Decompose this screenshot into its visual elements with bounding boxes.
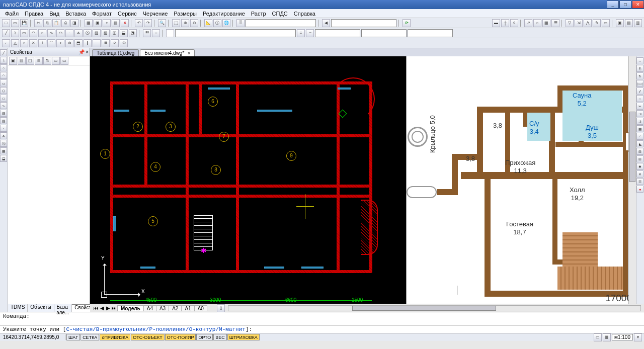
layout-tab-model[interactable]: Модель	[117, 305, 144, 311]
osnap-perp-icon[interactable]: ⊥	[38, 39, 46, 47]
r-erase-icon[interactable]: ✕	[636, 170, 643, 178]
osnap-int-icon[interactable]: ✕	[29, 39, 37, 47]
r-fillet-icon[interactable]: ◜	[636, 133, 643, 140]
command-area[interactable]: Команда: Укажите точку или [C-чистая/B-п…	[0, 312, 644, 333]
v-point-icon[interactable]: ·	[0, 125, 7, 132]
menu-service[interactable]: Сервис	[115, 11, 140, 17]
zoom-out-icon[interactable]: ⊖	[190, 19, 198, 27]
spds-mark-icon[interactable]: ○	[533, 19, 541, 27]
r-explode-icon[interactable]: ✹	[636, 163, 643, 170]
layout-prev-icon[interactable]: ◀	[99, 305, 105, 311]
r-join-icon[interactable]: ⊞	[636, 155, 643, 162]
region-icon[interactable]: ▧	[102, 29, 110, 37]
info-icon[interactable]: ⓘ	[213, 19, 221, 27]
v-block-icon[interactable]: ⬓	[0, 155, 7, 162]
v-hatch-icon[interactable]: ▨	[0, 110, 7, 117]
osnap-none-icon[interactable]: ⊘	[111, 39, 119, 47]
spds-wall-icon[interactable]: ▬	[492, 19, 500, 27]
props-tab-tdms[interactable]: TDMS	[8, 304, 28, 312]
file-tab-unnamed[interactable]: Без имени4.dwg* ×	[140, 49, 195, 56]
refresh-icon[interactable]: ⟳	[403, 19, 411, 27]
paste-icon[interactable]: 📋	[52, 19, 60, 27]
viewport-plan[interactable]: ✕	[407, 56, 636, 304]
spds-section-icon[interactable]: ⇲	[575, 19, 583, 27]
osnap-mid-icon[interactable]: △	[11, 39, 19, 47]
open-icon[interactable]: ▭	[11, 19, 19, 27]
v-ellipse-icon[interactable]: ⬭	[0, 95, 7, 102]
layout-tab-a0[interactable]: A0	[194, 305, 207, 311]
layout-tab-a1[interactable]: A1	[181, 305, 194, 311]
block-icon[interactable]: ▤	[112, 19, 120, 27]
layout-split-icon[interactable]: ▯	[217, 304, 225, 312]
layout-next-icon[interactable]: ▶	[105, 305, 111, 311]
r-trim-icon[interactable]: ✂	[636, 103, 643, 110]
status-hatch[interactable]: ШТРИХОВКА	[227, 334, 260, 340]
menu-draw[interactable]: Черчение	[140, 11, 171, 17]
r-stretch-icon[interactable]: ↔	[636, 95, 643, 102]
dim-mgr-icon[interactable]: ↔	[152, 29, 160, 37]
rect-icon[interactable]: ▭	[20, 29, 28, 37]
layer-state-combo[interactable]	[331, 19, 396, 27]
zoom-window-icon[interactable]: ⬚	[172, 19, 180, 27]
props-a-icon[interactable]: ▭	[52, 57, 60, 65]
v-spline-icon[interactable]: ∿	[0, 102, 7, 109]
r-offset-icon[interactable]: ⇉	[636, 118, 643, 125]
spds-c-icon[interactable]: ▥	[634, 19, 642, 27]
v-mtext-icon[interactable]: Ⓐ	[0, 140, 7, 147]
osnap-set-icon[interactable]: ⚙	[120, 39, 128, 47]
layer-mgr-icon[interactable]: ≣	[236, 19, 245, 27]
ellipse-icon[interactable]: ⬭	[56, 29, 64, 37]
viewport-cad[interactable]: 1 2 3 4 5 6 7 8 9 ✱ 4500 3000	[90, 56, 407, 304]
r-3d-icon[interactable]: ●	[636, 186, 643, 193]
r-extend-icon[interactable]: ⇥	[636, 110, 643, 117]
preview-icon[interactable]: ◨	[70, 19, 78, 27]
menu-spds[interactable]: СПДС	[269, 11, 291, 17]
v-arc-icon[interactable]: ◠	[0, 72, 7, 79]
props-obj-icon[interactable]: ◫	[26, 57, 34, 65]
v-rect-icon[interactable]: ▭	[0, 79, 7, 86]
status-snap[interactable]: ШАГ	[66, 334, 80, 340]
style-mgr-icon[interactable]: ☷	[143, 29, 151, 37]
v-poly-icon[interactable]: ⬠	[0, 87, 7, 94]
line-icon[interactable]: ╱	[2, 29, 10, 37]
drawing-hscrollbar[interactable]	[228, 305, 641, 311]
pline-icon[interactable]: ⌇	[11, 29, 19, 37]
command-prompt[interactable]: Укажите точку или [C-чистая/B-прямоуголь…	[0, 325, 644, 333]
layer-combo[interactable]	[246, 19, 316, 27]
status-model-icon[interactable]: ▭	[594, 333, 602, 341]
menu-view[interactable]: Вид	[46, 11, 62, 17]
file-tab-close-icon[interactable]: ×	[188, 51, 190, 56]
layout-tab-a3[interactable]: A3	[156, 305, 169, 311]
save-icon[interactable]: 💾	[20, 19, 28, 27]
spds-axis-icon[interactable]: ┼	[501, 19, 509, 27]
osnap-ext-icon[interactable]: ⋯	[93, 39, 101, 47]
menu-help[interactable]: Справка	[291, 11, 318, 17]
spds-form-icon[interactable]: ▭	[602, 19, 610, 27]
menu-insert[interactable]: Вставка	[62, 11, 89, 17]
spds-weld-icon[interactable]: ⋀	[584, 19, 592, 27]
color-swatch-icon[interactable]	[166, 29, 174, 37]
osnap-par-icon[interactable]: ∥	[84, 39, 92, 47]
r-props-icon[interactable]: ☰	[636, 178, 643, 185]
window-restore-button[interactable]: □	[619, 1, 631, 9]
print-icon[interactable]: ⎙	[61, 19, 69, 27]
cancel-icon[interactable]: ✕	[121, 19, 129, 27]
xref-icon[interactable]: ⬔	[129, 29, 137, 37]
cut-icon[interactable]: ✂	[34, 19, 42, 27]
osnap-tan-icon[interactable]: ⌒	[47, 39, 55, 47]
properties-close-icon[interactable]: ×	[86, 49, 89, 55]
status-otrack-polar[interactable]: ОТС-ПОЛЯР	[165, 334, 196, 340]
r-scale-icon[interactable]: ⤢	[636, 88, 643, 95]
color-combo[interactable]	[175, 29, 296, 37]
spds-leader-icon[interactable]: ↗	[524, 19, 532, 27]
v-table-icon[interactable]: ▦	[0, 147, 7, 154]
v-circle-icon[interactable]: ○	[0, 64, 7, 71]
props-b-icon[interactable]: ▭	[60, 57, 68, 65]
props-tree-icon[interactable]: ⊞	[35, 57, 43, 65]
text-icon[interactable]: A	[74, 29, 83, 37]
menu-edit[interactable]: Правка	[22, 11, 46, 17]
osnap-cen-icon[interactable]: ○	[20, 39, 28, 47]
spds-window-icon[interactable]: ◊	[510, 19, 518, 27]
properties-pin-icon[interactable]: 📌	[78, 49, 85, 55]
select-icon[interactable]: ▦	[85, 19, 93, 27]
